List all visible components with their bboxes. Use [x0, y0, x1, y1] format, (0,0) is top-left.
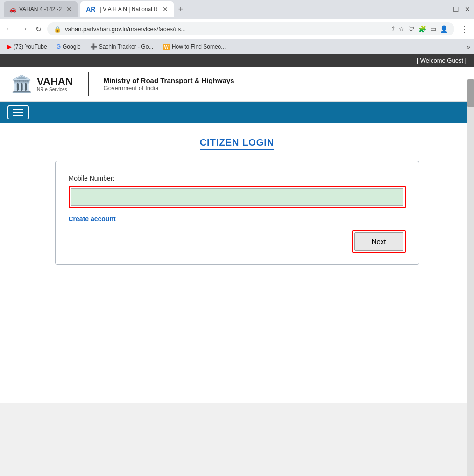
hamburger-menu[interactable]: [7, 105, 29, 119]
google-icon: G: [57, 43, 61, 50]
create-account-link[interactable]: Create account: [69, 215, 116, 223]
bookmark-google-label: Google: [63, 43, 81, 50]
tab2-label: || V A H A N | National R: [98, 6, 157, 13]
reload-button[interactable]: ↻: [34, 23, 43, 35]
hamburger-line-2: [13, 112, 23, 113]
mobile-number-input[interactable]: [71, 188, 403, 206]
window-close[interactable]: ✕: [465, 6, 470, 13]
header-divider: [88, 72, 89, 96]
bookmark-sachin-label: Sachin Tracker - Go...: [99, 43, 154, 50]
brand-name: VAHAN: [37, 77, 73, 87]
government-name: Government of India: [104, 84, 234, 91]
url-display: vahan.parivahan.gov.in/nrservices/faces/…: [65, 26, 388, 33]
mobile-label: Mobile Number:: [69, 175, 406, 182]
window-restore[interactable]: ☐: [453, 6, 459, 13]
logo-area: 🏛️ VAHAN NR e-Services: [11, 74, 73, 94]
tab1-close[interactable]: ✕: [66, 6, 72, 13]
site-header: 🏛️ VAHAN NR e-Services Ministry of Road …: [0, 67, 474, 102]
youtube-icon: ▶: [7, 43, 12, 50]
form-actions: Next: [69, 230, 406, 253]
ministry-name: Ministry of Road Transport & Highways: [104, 77, 234, 84]
tab2-favicon: AR: [86, 6, 95, 13]
main-content: CITIZEN LOGIN Mobile Number: Create acco…: [0, 123, 474, 403]
share-icon[interactable]: ⤴: [391, 25, 395, 33]
bookmark-youtube[interactable]: ▶ (73) YouTube: [4, 42, 51, 51]
page-title: CITIZEN LOGIN: [200, 137, 275, 150]
scrollbar[interactable]: [467, 79, 474, 476]
bookmarks-more[interactable]: »: [467, 43, 470, 50]
bookmark-youtube-label: (73) YouTube: [14, 43, 47, 50]
sidebar-icon[interactable]: ▭: [430, 25, 436, 33]
next-button-wrapper: Next: [352, 230, 406, 253]
tab1-label: VAHAN 4~142~2: [19, 6, 62, 13]
window-minimize[interactable]: —: [441, 6, 447, 13]
back-button[interactable]: ←: [4, 23, 15, 35]
profile-icon[interactable]: 👤: [440, 25, 448, 33]
lock-icon: 🔒: [54, 26, 61, 33]
nav-bar: [0, 102, 474, 123]
shield-icon: 🛡: [408, 25, 415, 33]
tab1-favicon: 🚗: [9, 6, 16, 13]
bookmark-icon[interactable]: ☆: [398, 25, 404, 33]
find-icon: W: [163, 44, 170, 50]
forward-button[interactable]: →: [19, 23, 30, 35]
welcome-bar: | Welcome Guest |: [0, 54, 474, 67]
extension-icon[interactable]: 🧩: [418, 25, 426, 33]
tab-vahan-1[interactable]: 🚗 VAHAN 4~142~2 ✕: [4, 1, 78, 17]
login-card: Mobile Number: Create account Next: [55, 161, 419, 265]
sachin-icon: ➕: [90, 43, 97, 50]
brand-sub: NR e-Services: [37, 87, 73, 92]
tab2-close[interactable]: ✕: [163, 6, 168, 13]
bookmark-google[interactable]: G Google: [53, 42, 85, 51]
welcome-text: | Welcome Guest |: [417, 57, 467, 64]
next-button[interactable]: Next: [354, 232, 403, 251]
browser-menu-button[interactable]: ⋮: [458, 22, 470, 36]
scrollbar-thumb[interactable]: [467, 79, 474, 107]
bookmark-find-label: How to Find Someo...: [172, 43, 226, 50]
hamburger-line-3: [13, 115, 23, 116]
tab-vahan-2[interactable]: AR || V A H A N | National R ✕: [80, 1, 174, 17]
mobile-input-wrapper: [69, 186, 406, 208]
hamburger-line-1: [13, 109, 23, 110]
bookmark-find[interactable]: W How to Find Someo...: [159, 42, 229, 51]
emblem-icon: 🏛️: [11, 74, 32, 94]
bookmark-sachin[interactable]: ➕ Sachin Tracker - Go...: [86, 42, 157, 51]
new-tab-button[interactable]: +: [178, 5, 184, 14]
